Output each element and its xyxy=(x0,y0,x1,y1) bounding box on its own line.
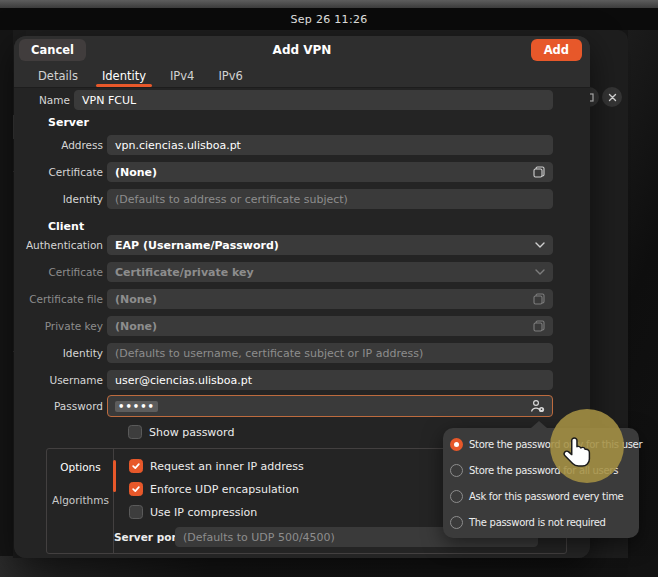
ask-every-time-option[interactable]: Ask for this password every time xyxy=(450,485,634,507)
address-row: Address vpn.ciencias.ulisboa.pt xyxy=(23,135,553,155)
close-icon xyxy=(608,93,617,102)
tab-details[interactable]: Details xyxy=(26,64,90,87)
certificate-file-label: Certificate file xyxy=(23,293,103,305)
dialog-title: Add VPN xyxy=(14,43,590,57)
address-input[interactable]: vpn.ciencias.ulisboa.pt xyxy=(107,135,553,155)
chevron-down-icon xyxy=(535,242,545,248)
server-identity-row: Identity (Defaults to address or certifi… xyxy=(23,189,553,209)
server-certificate-picker[interactable]: (None) xyxy=(107,162,553,182)
authentication-row: Authentication EAP (Username/Password) xyxy=(23,235,553,255)
private-key-picker: (None) xyxy=(107,316,553,336)
tab-algorithms[interactable]: Algorithms xyxy=(47,489,114,511)
gnome-top-bar[interactable]: Sep 26 11:26 xyxy=(0,8,658,30)
address-label: Address xyxy=(23,139,103,151)
hand-cursor-icon xyxy=(563,436,595,478)
file-picker-icon xyxy=(533,320,545,332)
password-not-required-option[interactable]: The password is not required xyxy=(450,511,634,533)
radio-selected xyxy=(450,438,463,451)
certificate-file-picker: (None) xyxy=(107,289,553,309)
ip-compression-checkbox[interactable]: Use IP compression xyxy=(129,505,257,519)
tab-ipv6[interactable]: IPv6 xyxy=(206,64,254,87)
radio-unselected xyxy=(450,516,463,529)
radio-unselected xyxy=(450,490,463,503)
close-button[interactable] xyxy=(602,87,622,107)
client-section-header: Client xyxy=(48,220,84,233)
password-label: Password xyxy=(23,400,103,412)
show-password-label: Show password xyxy=(149,426,234,439)
client-certificate-dropdown: Certificate/private key xyxy=(107,262,553,282)
client-identity-input[interactable]: (Defaults to username, certificate subje… xyxy=(107,343,553,363)
password-row: Password ••••• xyxy=(23,395,553,417)
dialog-headerbar: Cancel Add VPN Add xyxy=(14,36,590,64)
server-certificate-row: Certificate (None) xyxy=(23,162,553,182)
active-tab-indicator xyxy=(96,84,152,87)
authentication-dropdown[interactable]: EAP (Username/Password) xyxy=(107,235,553,255)
checkbox-checked xyxy=(129,459,143,473)
username-input[interactable]: user@ciencias.ulisboa.pt xyxy=(107,370,553,390)
checkbox-unchecked xyxy=(129,505,143,519)
clock[interactable]: Sep 26 11:26 xyxy=(290,13,367,26)
desktop-wallpaper xyxy=(0,556,658,577)
server-identity-label: Identity xyxy=(23,193,103,205)
tab-options[interactable]: Options xyxy=(47,456,114,478)
dialog-tabbar: Details Identity IPv4 IPv6 xyxy=(14,64,590,88)
show-password-checkbox[interactable]: Show password xyxy=(128,425,234,439)
screen-top-strip xyxy=(0,0,658,8)
client-certificate-label: Certificate xyxy=(23,266,103,278)
inner-ip-checkbox[interactable]: Request an inner IP address xyxy=(129,459,304,473)
options-tab-column: Options Algorithms xyxy=(47,449,114,553)
name-label: Name xyxy=(23,94,70,106)
username-row: Username user@ciencias.ulisboa.pt xyxy=(23,370,553,390)
server-port-label: Server port xyxy=(114,531,171,543)
chevron-down-icon xyxy=(535,269,545,275)
server-identity-input[interactable]: (Defaults to address or certificate subj… xyxy=(107,189,553,209)
checkbox-unchecked xyxy=(128,425,142,439)
private-key-label: Private key xyxy=(23,320,103,332)
password-storage-icon[interactable] xyxy=(530,399,545,413)
add-button[interactable]: Add xyxy=(531,39,582,61)
popup-arrow xyxy=(531,421,547,428)
name-row: Name VPN FCUL xyxy=(23,90,553,110)
checkbox-checked xyxy=(129,482,143,496)
server-section-header: Server xyxy=(48,116,89,129)
certificate-file-row: Certificate file (None) xyxy=(23,289,553,309)
client-identity-row: Identity (Defaults to username, certific… xyxy=(23,343,553,363)
password-value-selected: ••••• xyxy=(115,401,158,412)
tab-ipv4[interactable]: IPv4 xyxy=(158,64,206,87)
file-picker-icon[interactable] xyxy=(533,166,545,178)
authentication-label: Authentication xyxy=(23,239,103,251)
name-input[interactable]: VPN FCUL xyxy=(74,90,553,110)
password-input[interactable]: ••••• xyxy=(107,395,553,417)
username-label: Username xyxy=(23,374,103,386)
file-picker-icon xyxy=(533,293,545,305)
private-key-row: Private key (None) xyxy=(23,316,553,336)
client-certificate-row: Certificate Certificate/private key xyxy=(23,262,553,282)
radio-unselected xyxy=(450,464,463,477)
client-identity-label: Identity xyxy=(23,347,103,359)
udp-encapsulation-checkbox[interactable]: Enforce UDP encapsulation xyxy=(129,482,299,496)
tab-identity[interactable]: Identity xyxy=(90,64,158,87)
server-certificate-label: Certificate xyxy=(23,166,103,178)
